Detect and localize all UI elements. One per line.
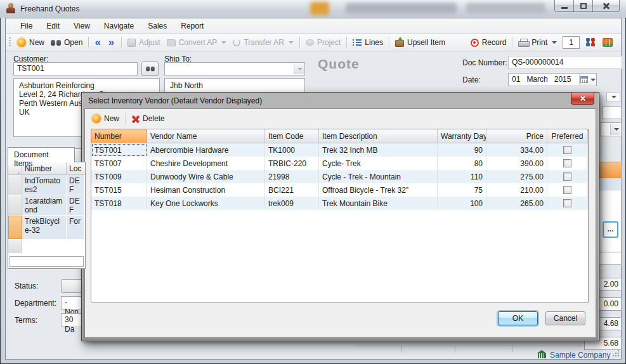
item-number-cell[interactable]: IndTomatoes2 [22, 175, 67, 195]
company-button[interactable] [599, 36, 616, 49]
grid-footer-input[interactable] [10, 256, 84, 267]
warranty-days-cell[interactable]: 110 [438, 170, 486, 183]
warranty-days-cell[interactable]: 90 [438, 143, 486, 157]
menu-navigate[interactable]: Navigate [97, 19, 141, 33]
customer-input[interactable]: TST001 [13, 62, 138, 75]
company-link[interactable]: Sample Company [550, 351, 610, 360]
item-description-cell[interactable]: Trek Mountain Bike [319, 197, 438, 210]
item-number-cell[interactable]: TrekBicycle-32 [22, 216, 67, 239]
item-code-cell[interactable]: TK1000 [265, 143, 319, 157]
vendor-number-cell[interactable]: TST001 [91, 143, 147, 157]
preferred-checkbox[interactable] [563, 172, 571, 181]
price-cell[interactable]: 275.00 [486, 170, 547, 183]
row-selector-active[interactable] [8, 216, 22, 239]
ok-button[interactable]: OK [498, 311, 538, 325]
vendor-name-cell[interactable]: Hesiman Construction [147, 183, 265, 197]
vendor-number-cell[interactable]: TST009 [91, 170, 147, 183]
item-code-cell[interactable]: trek009 [265, 197, 319, 210]
item-location-cell[interactable]: DEF [67, 195, 85, 215]
upsell-item-button[interactable]: Upsell Item [392, 36, 448, 49]
required-date-dropdown-sliver[interactable] [606, 92, 620, 102]
row-selector[interactable] [8, 240, 22, 253]
nav-forward-button[interactable]: » [105, 36, 119, 49]
warranty-days-cell[interactable]: 100 [438, 197, 486, 210]
cancel-button[interactable]: Cancel [545, 311, 585, 325]
vendor-name-cell[interactable]: Dunwoody Wire & Cable [147, 170, 265, 183]
titlebar[interactable]: Freehand Quotes [0, 0, 626, 18]
item-code-cell[interactable]: BCI221 [265, 183, 319, 197]
preferred-cell[interactable] [547, 157, 588, 170]
lines-button[interactable]: Lines [349, 36, 386, 49]
date-day[interactable]: 01 [512, 75, 520, 84]
preferred-checkbox[interactable] [563, 199, 571, 207]
adjust-button[interactable]: Adjust [124, 36, 163, 49]
print-button[interactable]: Print [515, 36, 560, 49]
item-description-cell[interactable]: Offroad Bicycle - Trek 32" [319, 183, 438, 197]
preferred-checkbox[interactable] [563, 146, 571, 154]
ellipsis-button[interactable]: ... [603, 221, 618, 238]
contacts-button[interactable] [582, 36, 599, 49]
row-selector[interactable] [8, 195, 22, 215]
col-location-header[interactable]: Loc [67, 162, 85, 174]
col-item-code[interactable]: Item Code [265, 129, 319, 143]
vendor-row[interactable]: TST018 Key One Lockworks trek009 Trek Mo… [91, 197, 588, 210]
date-month[interactable]: March [526, 75, 547, 84]
warranty-days-cell[interactable]: 80 [438, 157, 486, 170]
dialog-new-button[interactable]: New [89, 112, 122, 125]
calendar-dropdown-button[interactable] [579, 74, 596, 85]
item-location-cell[interactable]: For [67, 216, 85, 239]
preferred-cell[interactable] [547, 170, 588, 183]
item-row[interactable]: IndTomatoes2 DEF [8, 175, 85, 195]
item-description-cell[interactable]: Cycle- Trek [319, 157, 438, 170]
vendor-row-selected[interactable]: TST001 Abercrombie Hardware TK1000 Trek … [91, 143, 588, 157]
col-item-description[interactable]: Item Description [319, 129, 438, 143]
menu-sales[interactable]: Sales [141, 19, 174, 33]
open-button[interactable]: Open [48, 36, 86, 49]
item-row-selected[interactable]: TrekBicycle-32 For [8, 216, 85, 240]
vendor-name-cell[interactable]: Cheshire Development [147, 157, 265, 170]
price-cell[interactable]: 334.00 [486, 143, 547, 157]
vendor-row[interactable]: TST009 Dunwoody Wire & Cable 21998 Cycle… [91, 170, 588, 183]
item-row-empty[interactable] [8, 240, 85, 254]
resize-grip[interactable] [612, 349, 620, 357]
item-row[interactable]: 1caratdiamond DEF [8, 195, 85, 216]
menu-edit[interactable]: Edit [39, 19, 67, 33]
dialog-delete-button[interactable]: Delete [128, 112, 168, 125]
preferred-cell[interactable] [547, 143, 588, 157]
menu-view[interactable]: View [67, 19, 97, 33]
date-year[interactable]: 2015 [554, 75, 571, 84]
print-copies-input[interactable]: 1 [563, 36, 580, 49]
menu-file[interactable]: File [13, 19, 39, 33]
combo-arrow[interactable] [294, 63, 304, 74]
vendor-name-cell[interactable]: Abercrombie Hardware [147, 143, 265, 157]
item-code-cell[interactable]: 21998 [265, 170, 319, 183]
col-number[interactable]: Number [91, 129, 147, 143]
item-description-cell[interactable]: Cycle - Trek - Mountain [319, 170, 438, 183]
convert-ap-button[interactable]: Convert AP [164, 36, 230, 49]
preferred-cell[interactable] [547, 183, 588, 197]
warranty-days-cell[interactable]: 75 [438, 183, 486, 197]
hidden-combo-sliver[interactable] [601, 122, 622, 136]
nav-back-button[interactable]: « [91, 36, 105, 49]
record-button[interactable]: Record [467, 36, 510, 49]
vendor-number-cell[interactable]: TST015 [91, 183, 147, 197]
col-warranty-days[interactable]: Warranty Days [438, 129, 486, 143]
vendor-number-cell[interactable]: TST018 [91, 197, 147, 210]
item-description-cell[interactable]: Trek 32 Inch MB [319, 143, 438, 157]
combo-arrow[interactable] [610, 124, 620, 135]
tab-document-items[interactable]: Document Items [8, 147, 75, 162]
transfer-ar-button[interactable]: Transfer AR [230, 36, 297, 49]
row-selector[interactable] [8, 175, 22, 195]
new-button[interactable]: New [14, 36, 48, 49]
vendor-row[interactable]: TST007 Cheshire Development TRBIC-220 Cy… [91, 157, 588, 170]
item-code-cell[interactable]: TRBIC-220 [265, 157, 319, 170]
dialog-close-button[interactable] [571, 93, 594, 105]
price-cell[interactable]: 210.00 [486, 183, 547, 197]
ship-to-combobox[interactable] [164, 62, 305, 75]
vendor-row[interactable]: TST015 Hesiman Construction BCI221 Offro… [91, 183, 588, 197]
price-cell[interactable]: 390.00 [486, 157, 547, 170]
col-price[interactable]: Price [486, 129, 547, 143]
vendor-name-cell[interactable]: Key One Lockworks [147, 197, 265, 210]
project-button[interactable]: Project [303, 36, 344, 49]
preferred-checkbox[interactable] [563, 159, 571, 167]
